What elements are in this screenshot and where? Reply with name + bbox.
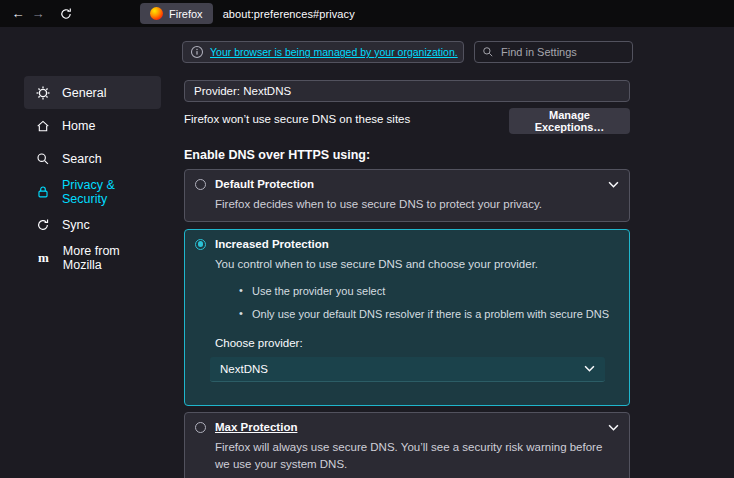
settings-sidebar: General Home Search Privacy & Security <box>24 76 161 274</box>
lock-icon <box>36 185 50 199</box>
sidebar-item-label: Home <box>62 119 95 133</box>
sidebar-item-label: Sync <box>62 218 90 232</box>
url-bar[interactable]: about:preferences#privacy <box>223 8 355 20</box>
firefox-logo-icon <box>150 7 163 20</box>
reload-icon <box>59 7 73 21</box>
option-header[interactable]: Max Protection <box>195 421 619 433</box>
reload-button[interactable] <box>56 4 76 24</box>
forward-arrow-icon: → <box>32 6 45 21</box>
chevron-down-icon[interactable] <box>608 181 619 188</box>
mozilla-logo-icon: m <box>36 250 51 265</box>
forward-button[interactable]: → <box>28 4 48 24</box>
dns-provider-row-text: Provider: NextDNS <box>194 85 291 97</box>
option-header[interactable]: Increased Protection <box>195 238 619 250</box>
sidebar-item-more-from-mozilla[interactable]: m More from Mozilla <box>24 241 161 274</box>
info-icon <box>190 45 204 59</box>
bullet-item: Only use your default DNS resolver if th… <box>239 308 619 320</box>
chevron-down-icon[interactable] <box>608 424 619 431</box>
radio-default-protection[interactable] <box>195 179 206 190</box>
radio-increased-protection[interactable] <box>195 239 206 250</box>
sidebar-item-label: More from Mozilla <box>63 244 161 272</box>
sidebar-item-sync[interactable]: Sync <box>24 208 161 241</box>
gear-icon <box>36 86 50 100</box>
browser-toolbar: ← → Firefox about:preferences#privacy <box>0 0 734 27</box>
search-icon <box>482 46 494 58</box>
radio-max-protection[interactable] <box>195 422 206 433</box>
sidebar-item-privacy-security[interactable]: Privacy & Security <box>24 175 161 208</box>
magnifier-icon <box>36 152 50 166</box>
preferences-page: Your browser is being managed by your or… <box>0 27 734 478</box>
option-title: Increased Protection <box>215 238 329 250</box>
managed-notice-link[interactable]: Your browser is being managed by your or… <box>210 46 458 58</box>
browser-tab[interactable]: Firefox <box>140 3 213 24</box>
option-max-protection[interactable]: Max Protection Firefox will always use s… <box>184 412 630 478</box>
back-arrow-icon: ← <box>12 6 25 21</box>
option-increased-protection[interactable]: Increased Protection You control when to… <box>184 229 630 406</box>
home-icon <box>36 119 50 133</box>
bullet-item: Use the provider you select <box>239 285 619 297</box>
dns-provider-row[interactable]: Provider: NextDNS <box>184 80 630 102</box>
provider-select[interactable]: NextDNS <box>210 357 605 382</box>
settings-search <box>474 41 633 63</box>
provider-select-value: NextDNS <box>220 363 268 375</box>
exceptions-note: Firefox won’t use secure DNS on these si… <box>184 113 410 125</box>
sidebar-item-search[interactable]: Search <box>24 142 161 175</box>
sidebar-item-general[interactable]: General <box>24 76 161 109</box>
option-title: Default Protection <box>215 178 314 190</box>
sidebar-item-label: Search <box>62 152 102 166</box>
dns-over-https-heading: Enable DNS over HTTPS using: <box>184 148 370 162</box>
option-bullet-list: Use the provider you select Only use you… <box>239 285 619 320</box>
chevron-down-icon <box>584 365 595 372</box>
manage-exceptions-button[interactable]: Manage Exceptions… <box>509 108 630 134</box>
tab-title: Firefox <box>169 8 203 20</box>
option-description: You control when to use secure DNS and c… <box>215 256 619 273</box>
search-input[interactable] <box>499 45 625 59</box>
sync-icon <box>36 218 50 232</box>
sidebar-item-label: General <box>62 86 106 100</box>
option-header[interactable]: Default Protection <box>195 178 619 190</box>
choose-provider-label: Choose provider: <box>215 337 619 349</box>
sidebar-item-home[interactable]: Home <box>24 109 161 142</box>
managed-notice: Your browser is being managed by your or… <box>182 41 464 63</box>
back-button[interactable]: ← <box>8 4 28 24</box>
option-default-protection[interactable]: Default Protection Firefox decides when … <box>184 169 630 222</box>
option-description: Firefox will always use secure DNS. You’… <box>215 439 619 472</box>
option-title: Max Protection <box>215 421 297 433</box>
sidebar-item-label: Privacy & Security <box>62 178 161 206</box>
option-description: Firefox decides when to use secure DNS t… <box>215 196 619 213</box>
